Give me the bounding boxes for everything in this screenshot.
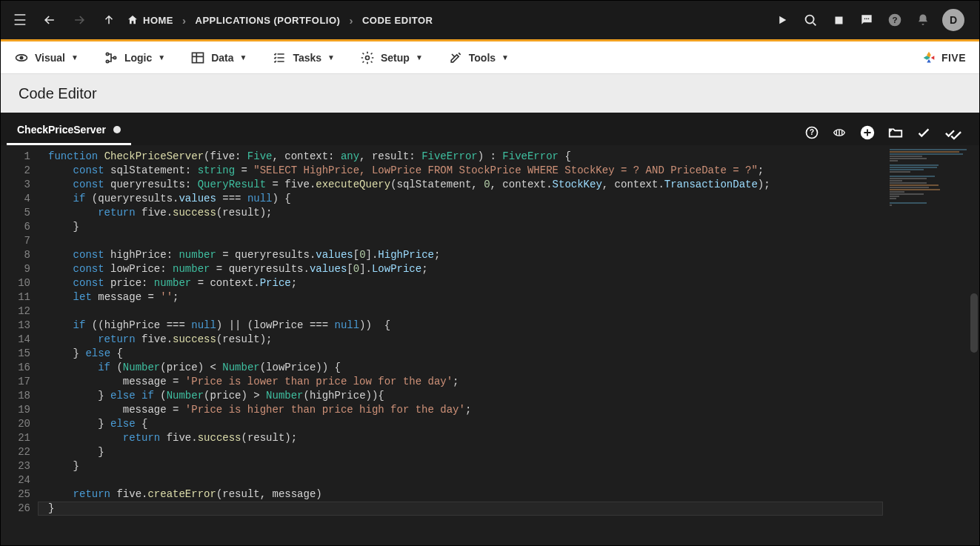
svg-text:?: ? <box>810 128 814 136</box>
search-icon[interactable] <box>801 11 819 29</box>
svg-point-4 <box>868 19 870 20</box>
tab-label: CheckPriceServer <box>17 124 106 136</box>
toolbar-logic[interactable]: Logic▼ <box>104 50 165 65</box>
line-gutter: 1234567891011121314151617181920212223242… <box>1 145 38 546</box>
svg-point-3 <box>866 19 867 20</box>
hint-icon[interactable]: ? <box>804 125 819 140</box>
breadcrumb: HOME › APPLICATIONS (PORTFOLIO) › CODE E… <box>127 14 433 27</box>
code-editor[interactable]: 1234567891011121314151617181920212223242… <box>1 145 979 546</box>
check-all-icon[interactable] <box>944 124 963 141</box>
breadcrumb-home-label: HOME <box>143 15 173 26</box>
scrollbar-vertical[interactable] <box>970 293 978 353</box>
svg-point-2 <box>864 19 866 20</box>
svg-point-8 <box>20 56 22 59</box>
avatar[interactable]: D <box>942 9 964 31</box>
toolbar-data[interactable]: Data▼ <box>190 50 247 65</box>
tab-checkpriceserver[interactable]: CheckPriceServer <box>7 116 131 145</box>
stop-icon[interactable] <box>830 11 847 29</box>
breadcrumb-code-editor[interactable]: CODE EDITOR <box>362 15 433 26</box>
svg-point-13 <box>366 56 370 59</box>
help-icon[interactable]: ? <box>886 11 904 29</box>
toolbar-setup[interactable]: Setup▼ <box>360 50 423 65</box>
toolbar-tools[interactable]: Tools▼ <box>448 50 509 65</box>
editor-actions: ? <box>804 124 973 145</box>
top-bar: ☰ HOME › APPLICATIONS (PORTFOLIO) › CODE… <box>1 1 979 39</box>
breadcrumb-applications[interactable]: APPLICATIONS (PORTFOLIO) <box>196 15 341 26</box>
code-content[interactable]: function CheckPriceServer(five: Five, co… <box>38 145 979 546</box>
open-folder-icon[interactable] <box>887 124 904 141</box>
svg-point-10 <box>106 60 108 62</box>
up-icon[interactable] <box>97 8 121 32</box>
bell-icon[interactable] <box>914 11 932 29</box>
svg-point-11 <box>113 56 116 59</box>
brand-logo: FIVE <box>921 50 966 66</box>
editor-tabbar: CheckPriceServer ? <box>1 113 979 145</box>
main-toolbar: Visual▼ Logic▼ Data▼ Tasks▼ Setup▼ Tools… <box>1 41 979 74</box>
breadcrumb-home[interactable]: HOME <box>127 14 173 26</box>
chat-icon[interactable] <box>858 11 876 29</box>
svg-point-9 <box>106 53 108 55</box>
check-icon[interactable] <box>916 124 932 141</box>
topbar-actions: ? D <box>773 9 972 31</box>
ai-icon[interactable] <box>831 124 847 141</box>
unsaved-dot-icon <box>113 126 121 133</box>
toolbar-tasks[interactable]: Tasks▼ <box>272 50 335 65</box>
svg-rect-12 <box>193 53 204 62</box>
svg-point-0 <box>806 16 814 24</box>
add-icon[interactable] <box>859 124 876 141</box>
play-icon[interactable] <box>773 11 791 29</box>
toolbar-visual[interactable]: Visual▼ <box>14 50 79 65</box>
menu-icon[interactable]: ☰ <box>8 8 32 32</box>
page-title: Code Editor <box>1 74 979 113</box>
svg-text:?: ? <box>892 15 897 24</box>
minimap[interactable] <box>887 148 969 244</box>
back-icon[interactable] <box>38 8 61 32</box>
chevron-right-icon: › <box>182 14 187 27</box>
forward-icon <box>67 8 91 32</box>
svg-rect-1 <box>835 16 842 24</box>
chevron-right-icon: › <box>349 14 353 27</box>
